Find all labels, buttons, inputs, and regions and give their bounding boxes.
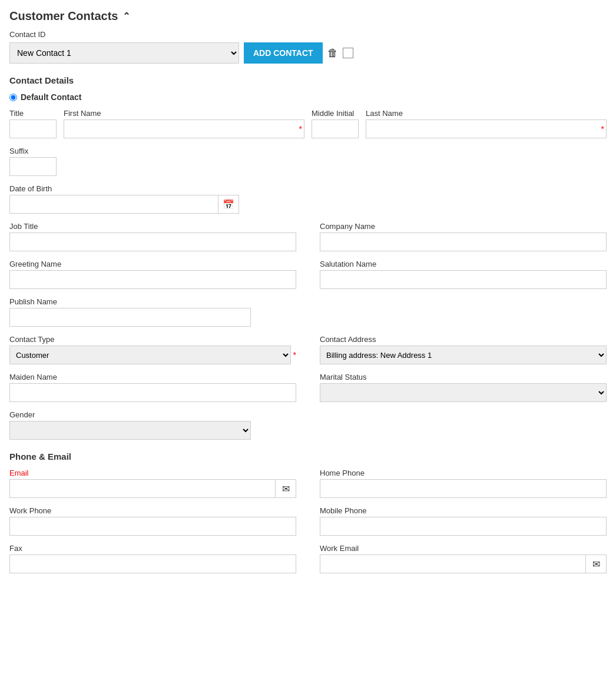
contact-id-row: New Contact 1 ADD CONTACT 🗑 <box>9 42 607 64</box>
job-title-input[interactable] <box>9 233 296 251</box>
job-title-field-group: Job Title <box>9 222 296 251</box>
publish-name-label: Publish Name <box>9 297 251 306</box>
email-icon-button[interactable]: ✉ <box>275 479 296 498</box>
page-title-text: Customer Contacts <box>9 9 118 23</box>
work-phone-label: Work Phone <box>9 506 296 515</box>
contact-type-required-star: * <box>293 350 296 360</box>
home-phone-label: Home Phone <box>320 469 607 477</box>
greeting-name-label: Greeting Name <box>9 260 296 268</box>
marital-status-label: Marital Status <box>320 373 607 381</box>
workphone-mobilephone-row: Work Phone Mobile Phone <box>9 506 607 536</box>
marital-status-field-group: Marital Status <box>320 373 607 402</box>
greeting-name-field-group: Greeting Name <box>9 260 296 289</box>
job-title-label: Job Title <box>9 222 296 231</box>
default-contact-row: Default Contact <box>9 92 607 102</box>
dob-input[interactable] <box>9 195 218 214</box>
dob-field-group: Date of Birth 📅 <box>9 184 607 214</box>
email-wrapper: ✉ <box>9 479 296 498</box>
work-phone-input[interactable] <box>9 517 296 536</box>
job-company-row: Job Title Company Name <box>9 222 607 251</box>
page-title: Customer Contacts ⌃ <box>9 9 607 23</box>
fax-field-group: Fax <box>9 544 296 573</box>
contact-address-select[interactable]: Billing address: New Address 1 <box>320 346 607 364</box>
contact-id-label: Contact ID <box>9 30 607 39</box>
last-name-field-group: Last Name * <box>366 109 607 138</box>
contact-address-label: Contact Address <box>320 335 607 344</box>
gender-select[interactable] <box>9 421 251 440</box>
company-name-field-group: Company Name <box>320 222 607 251</box>
contact-address-field-group: Contact Address Billing address: New Add… <box>320 335 607 364</box>
maiden-name-label: Maiden Name <box>9 373 296 381</box>
title-field-group: Title <box>9 109 57 138</box>
first-name-label: First Name <box>64 109 304 118</box>
default-contact-radio[interactable] <box>9 94 17 101</box>
name-row: Title First Name * Middle Initial Last N… <box>9 109 607 138</box>
suffix-label: Suffix <box>9 147 607 155</box>
contact-type-address-row: Contact Type Customer * Contact Address … <box>9 335 607 364</box>
publish-name-input[interactable] <box>9 308 251 327</box>
title-label: Title <box>9 109 57 118</box>
contact-type-field-group: Contact Type Customer * <box>9 335 296 364</box>
contact-details-section: Contact Details Default Contact Title Fi… <box>9 75 607 440</box>
contact-type-wrapper: Customer * <box>9 346 296 364</box>
work-email-field-group: Work Email ✉ <box>320 544 607 573</box>
company-name-input[interactable] <box>320 233 607 251</box>
company-name-label: Company Name <box>320 222 607 231</box>
mobile-phone-label: Mobile Phone <box>320 506 607 515</box>
salutation-name-field-group: Salutation Name <box>320 260 607 289</box>
home-phone-field-group: Home Phone <box>320 469 607 498</box>
email-field-group: Email ✉ <box>9 469 296 498</box>
middle-initial-label: Middle Initial <box>312 109 359 118</box>
middle-initial-field-group: Middle Initial <box>312 109 359 138</box>
salutation-name-input[interactable] <box>320 270 607 289</box>
middle-initial-input[interactable] <box>312 119 359 138</box>
dob-date-wrapper: 📅 <box>9 195 239 214</box>
work-email-wrapper: ✉ <box>320 554 607 573</box>
phone-email-title: Phone & Email <box>9 451 607 461</box>
title-input[interactable] <box>9 119 57 138</box>
chevron-up-icon: ⌃ <box>122 11 130 22</box>
fax-input[interactable] <box>9 554 296 573</box>
greeting-name-input[interactable] <box>9 270 296 289</box>
fax-workemail-row: Fax Work Email ✉ <box>9 544 607 573</box>
checkbox-icon[interactable] <box>343 48 353 58</box>
home-phone-input[interactable] <box>320 479 607 498</box>
default-contact-label: Default Contact <box>21 92 81 102</box>
first-name-field-group: First Name * <box>64 109 304 138</box>
email-homephone-row: Email ✉ Home Phone <box>9 469 607 498</box>
suffix-input[interactable] <box>9 157 57 176</box>
contact-type-select[interactable]: Customer <box>9 346 291 364</box>
suffix-field-group: Suffix <box>9 147 607 176</box>
first-name-input[interactable] <box>64 119 304 138</box>
last-name-input[interactable] <box>366 119 607 138</box>
publish-name-field-group: Publish Name <box>9 297 251 327</box>
calendar-button[interactable]: 📅 <box>218 195 239 214</box>
contact-type-label: Contact Type <box>9 335 296 344</box>
maiden-name-input[interactable] <box>9 383 296 402</box>
work-phone-field-group: Work Phone <box>9 506 296 536</box>
contact-id-select[interactable]: New Contact 1 <box>9 42 239 64</box>
maiden-marital-row: Maiden Name Marital Status <box>9 373 607 402</box>
email-input[interactable] <box>9 479 275 498</box>
dob-label: Date of Birth <box>9 184 607 193</box>
mobile-phone-field-group: Mobile Phone <box>320 506 607 536</box>
mobile-phone-input[interactable] <box>320 517 607 536</box>
greeting-salutation-row: Greeting Name Salutation Name <box>9 260 607 289</box>
add-contact-button[interactable]: ADD CONTACT <box>244 42 323 64</box>
maiden-name-field-group: Maiden Name <box>9 373 296 402</box>
work-email-label: Work Email <box>320 544 607 553</box>
contact-details-title: Contact Details <box>9 75 607 85</box>
phone-email-section: Phone & Email Email ✉ Home Phone Work Ph… <box>9 451 607 573</box>
fax-label: Fax <box>9 544 296 553</box>
work-email-input[interactable] <box>320 554 585 573</box>
last-name-label: Last Name <box>366 109 607 118</box>
work-email-icon-button[interactable]: ✉ <box>585 554 607 573</box>
marital-status-select[interactable] <box>320 383 607 402</box>
gender-field-group: Gender <box>9 410 251 440</box>
email-label: Email <box>9 469 296 477</box>
gender-label: Gender <box>9 410 251 419</box>
trash-icon[interactable]: 🗑 <box>327 47 338 59</box>
salutation-name-label: Salutation Name <box>320 260 607 268</box>
